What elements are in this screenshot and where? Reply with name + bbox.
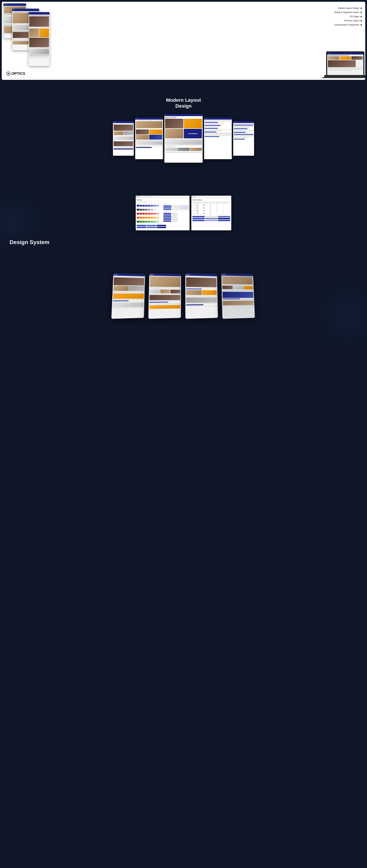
s3-row-4 (29, 55, 49, 56)
sl-row-4 (136, 145, 162, 146)
sr-row-4 (205, 133, 231, 133)
ls-header-el (113, 121, 134, 123)
swatch-g-3 (142, 209, 145, 211)
screen-card-3 (29, 12, 50, 66)
ds-row-4-h5: Aa (223, 213, 229, 214)
ds-fxd-btn-1 (163, 213, 171, 214)
ds-row-4-h3: Aa (210, 213, 216, 214)
sl-grid-4 (149, 135, 162, 140)
ds-btn-row-2 (163, 207, 189, 209)
tab4-g-3 (243, 286, 253, 289)
tablet-screen-1: OPTICS (111, 274, 145, 319)
tablet-logo-3: OPTICS (186, 274, 190, 275)
layout-screen-side-left (135, 118, 163, 159)
tab4-row-4 (223, 300, 254, 301)
swatch-g-1 (137, 209, 139, 211)
tab3-btn-1 (186, 288, 202, 289)
swatch-e-4 (145, 213, 147, 215)
sr-bar-4 (205, 130, 222, 131)
tab4-g-1 (222, 286, 233, 289)
ds-table-col-h2: Header's 2 (203, 202, 210, 203)
color-swatches-success (137, 221, 162, 222)
ds-extra-btns-3 (192, 220, 230, 221)
laptop-title-row (328, 55, 349, 56)
tab2-img-2 (149, 295, 180, 300)
ls-img-person-1 (114, 125, 133, 131)
ds-dot-red-1 (137, 196, 137, 197)
tab3-row-3 (186, 296, 217, 296)
er-btn-3 (234, 132, 246, 133)
ds-fxd-btn-8 (171, 218, 177, 219)
ds-fxd-btn-9 (163, 219, 171, 220)
ds-header-buttons: Components › Buttons (136, 196, 190, 198)
brand-name: OPTICS (11, 71, 25, 76)
hero-section: Modern Layout Design Neatly & Organized … (2, 2, 365, 80)
mc-subtitle: Pick A Style, Any Style (165, 146, 202, 147)
sr-btn-2 (205, 128, 218, 129)
ds-table-header-row: Display Header's 1 Header's 2 Header's 3… (193, 202, 230, 204)
layout-screenshots-row: Explore Collections Pick A Style, Any St… (0, 112, 367, 168)
laptop-row-2 (328, 69, 363, 69)
tab1-btn (113, 300, 129, 301)
tab1-row-4 (113, 299, 144, 300)
ls-dot-sl-1 (136, 118, 136, 119)
main-screen-title: Explore Collections (165, 117, 202, 118)
sl-img-1 (136, 121, 162, 128)
ds-screens-wrap: Components › Buttons Buttons Components … (3, 196, 364, 230)
feature-bullet-1 (361, 8, 362, 9)
ds-table-col-h4: Header's 4 (216, 202, 223, 203)
s3-img-person-2 (29, 38, 49, 47)
feature-text-customizable: Customizable Components (334, 24, 359, 26)
er-btn-5 (234, 139, 245, 140)
ds-table-row-1: Regular Aa Aa Aa Aa Aa (193, 204, 230, 207)
ds-extra-btns-2 (192, 218, 230, 219)
sl-grid-3 (136, 135, 149, 140)
er-bar-3 (234, 137, 249, 138)
ds-fxd-btn-10 (171, 219, 177, 220)
ls-row-1 (114, 124, 133, 124)
ds-header-table: Display Header's 1 Header's 2 Header's 3… (192, 202, 230, 215)
features-list: Modern Layout Design Neatly & Organized … (334, 7, 362, 28)
swatch-e-7 (153, 213, 156, 215)
feature-bullet-4 (361, 20, 362, 21)
brand-logo-area: OPTICS (3, 70, 31, 77)
ds-btn-group-label: White bg (163, 204, 189, 205)
tab3-g-2 (202, 290, 217, 295)
er-row-5 (234, 135, 253, 136)
ds-row-2-h4: Aa (216, 208, 223, 209)
tablet-content-1 (111, 276, 145, 319)
ls-header-er (233, 121, 254, 123)
ds-btn-row-1 (163, 205, 189, 207)
swatch-p-4 (145, 205, 147, 207)
ds-btn-s-1 (172, 205, 180, 207)
sr-row-3 (205, 129, 231, 130)
ls-dot-sr-3 (206, 118, 207, 119)
ds-fxd-btn-5 (163, 216, 171, 217)
s3-row-2 (29, 27, 49, 28)
ls-dot-main-3 (167, 115, 167, 116)
ds-row-1-h5: Aa (223, 205, 229, 206)
tablet-screen-3: OPTICS (186, 274, 218, 319)
color-label-warning: Warning (137, 215, 162, 216)
s3-row-6 (29, 57, 49, 58)
color-swatches-error (137, 213, 162, 215)
ds-subtitle-buttons: Components › Buttons (137, 202, 189, 203)
feature-item-customizable: Customizable Components (334, 24, 362, 26)
ds-row-3-h3: Aa (210, 210, 216, 211)
sl-grid-1 (136, 129, 149, 134)
ds-dot-green-2 (195, 196, 196, 197)
gap-4 (0, 254, 367, 265)
screen-header-3 (29, 12, 50, 14)
dot-r-5 (14, 9, 15, 10)
ls-body-sr (204, 120, 232, 138)
ds-ex-btn-4 (192, 218, 205, 219)
ds-row-2-h1: Aa (197, 207, 203, 209)
ds-row-4-h4: Aa (216, 213, 223, 214)
tab1-grid-2 (129, 286, 144, 291)
tablet-content-2 (148, 276, 181, 319)
layout-screen-side-right (204, 118, 232, 159)
er-row-2 (234, 126, 253, 127)
sl-row-3 (136, 140, 162, 141)
ds-row-1-h2: Aa (203, 205, 210, 206)
ds-btn-s-3 (172, 209, 180, 210)
